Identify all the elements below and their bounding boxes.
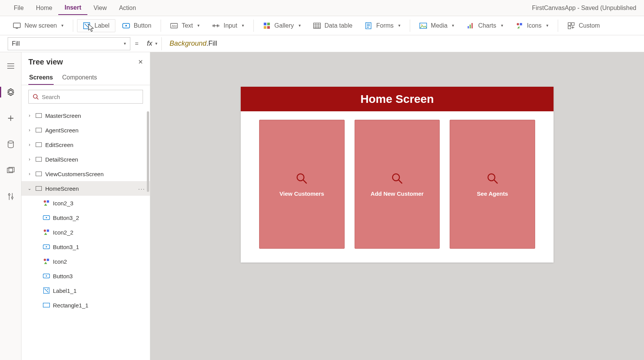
- tree-item-icon2-2[interactable]: Icon2_2: [21, 225, 150, 239]
- tree-item-rectangle1-1[interactable]: Rectangle1_1: [21, 298, 150, 312]
- svg-text:Abc: Abc: [172, 24, 177, 28]
- menu-home[interactable]: Home: [30, 2, 59, 15]
- svg-point-16: [421, 24, 422, 25]
- button-node-icon: [43, 214, 50, 221]
- svg-point-51: [297, 174, 304, 181]
- tree-item-label: EditScreen: [45, 142, 73, 148]
- rail-media[interactable]: [3, 163, 18, 178]
- menu-file[interactable]: File: [8, 2, 30, 15]
- svg-rect-38: [47, 200, 49, 203]
- tree-item-label: HomeScreen: [45, 185, 79, 192]
- insert-icons-button[interactable]: Icons ▾: [510, 20, 554, 32]
- tree-search[interactable]: [28, 90, 143, 104]
- svg-point-52: [393, 174, 399, 181]
- svg-point-29: [12, 197, 13, 198]
- label-node-icon: [43, 287, 50, 294]
- svg-point-41: [44, 230, 46, 232]
- tree-item-label: Icon2_3: [53, 200, 73, 206]
- insert-media-button[interactable]: Media ▾: [414, 20, 460, 32]
- menu-view[interactable]: View: [87, 2, 113, 15]
- tree-item-viewcustomersscreen[interactable]: › ViewCustomersScreen: [21, 167, 150, 181]
- tree-item-label1-1[interactable]: Label1_1: [21, 283, 150, 298]
- property-selector[interactable]: Fill ▾: [8, 37, 130, 50]
- insert-forms-label: Forms: [376, 22, 393, 29]
- insert-button-button[interactable]: Button: [117, 20, 157, 32]
- tree-item-icon2[interactable]: Icon2: [21, 254, 150, 269]
- tree-item-button3-2[interactable]: Button3_2: [21, 210, 150, 225]
- tree-item-button3[interactable]: Button3: [21, 269, 150, 283]
- svg-rect-42: [47, 230, 49, 232]
- rail-treeview[interactable]: [3, 84, 18, 100]
- forms-icon: [365, 22, 372, 30]
- svg-rect-24: [568, 26, 571, 29]
- rail-advanced[interactable]: [3, 189, 18, 204]
- screen-icon: [35, 127, 42, 134]
- rail-hamburger[interactable]: [3, 58, 18, 74]
- tree-item-agentscreen[interactable]: › AgentScreen: [21, 123, 150, 137]
- insert-gallery-button[interactable]: Gallery ▾: [258, 20, 306, 32]
- insert-charts-label: Charts: [478, 22, 496, 29]
- canvas-header-label[interactable]: Home Screen: [241, 87, 554, 111]
- button-node-icon: [43, 243, 50, 250]
- insert-label-button[interactable]: Label: [77, 19, 115, 32]
- svg-point-40: [46, 217, 47, 218]
- svg-rect-23: [572, 23, 574, 25]
- left-rail: [0, 52, 21, 360]
- menubar: File Home Insert View Action FirstCanvas…: [0, 0, 644, 16]
- fx-button[interactable]: fx ▾: [143, 37, 162, 50]
- insert-datatable-button[interactable]: Data table: [308, 20, 358, 32]
- ribbon-separator: [558, 20, 558, 32]
- insert-button-label: Button: [134, 22, 151, 29]
- tile-see-agents[interactable]: See Agents: [450, 120, 535, 249]
- menu-insert[interactable]: Insert: [58, 1, 87, 15]
- tree-item-detailscreen[interactable]: › DetailScreen: [21, 152, 150, 167]
- insert-custom-label: Custom: [579, 22, 600, 29]
- ribbon: New screen ▾ Label Button Abc Text ▾ Inp…: [0, 16, 644, 35]
- svg-rect-9: [264, 23, 266, 25]
- tree-close-button[interactable]: ✕: [138, 58, 143, 66]
- tree-item-label: Rectangle1_1: [53, 302, 89, 309]
- insert-text-label: Text: [182, 22, 193, 29]
- svg-point-30: [33, 94, 37, 98]
- tree-item-label: DetailScreen: [45, 156, 78, 163]
- tile-add-new-customer[interactable]: Add New Customer: [355, 120, 440, 249]
- rail-data[interactable]: [3, 137, 18, 152]
- tree-item-homescreen[interactable]: ⌄ HomeScreen ···: [21, 181, 150, 196]
- svg-rect-0: [13, 23, 20, 28]
- new-screen-button[interactable]: New screen ▾: [8, 20, 69, 32]
- tree-search-input[interactable]: [42, 94, 139, 100]
- search-icon: [295, 172, 308, 185]
- tree-item-button3-1[interactable]: Button3_1: [21, 239, 150, 254]
- charts-icon: [467, 22, 474, 30]
- scrollbar-thumb[interactable]: [147, 111, 149, 192]
- insert-media-label: Media: [431, 22, 448, 29]
- caret-right-icon: ›: [27, 171, 32, 177]
- formula-input[interactable]: Background.Fill: [166, 37, 636, 50]
- caret-right-icon: ›: [27, 113, 32, 118]
- caret-down-icon: ⌄: [27, 186, 32, 191]
- tab-screens[interactable]: Screens: [28, 71, 54, 85]
- tree-item-more[interactable]: ···: [138, 185, 145, 192]
- tree-item-editscreen[interactable]: › EditScreen: [21, 137, 150, 152]
- menu-action[interactable]: Action: [113, 2, 142, 15]
- tree-item-icon2-3[interactable]: Icon2_3: [21, 196, 150, 210]
- canvas-screen[interactable]: Home Screen View Customers Add New Custo…: [241, 87, 554, 263]
- tile-label: See Agents: [477, 190, 508, 197]
- text-icon: Abc: [170, 22, 178, 30]
- insert-text-button[interactable]: Abc Text ▾: [165, 20, 205, 32]
- tile-view-customers[interactable]: View Customers: [259, 120, 345, 249]
- insert-charts-button[interactable]: Charts ▾: [461, 20, 508, 32]
- tree-item-masterscreen[interactable]: › MasterScreen: [21, 108, 150, 123]
- fx-label: fx: [147, 40, 152, 48]
- search-icon: [33, 94, 39, 100]
- insert-forms-button[interactable]: Forms ▾: [359, 20, 406, 32]
- icons-icon: [516, 22, 523, 30]
- insert-input-button[interactable]: Input ▾: [207, 20, 250, 32]
- tab-components[interactable]: Components: [61, 71, 98, 85]
- tree-title: Tree view: [28, 58, 63, 66]
- chevron-down-icon: ▾: [546, 23, 549, 28]
- canvas-area[interactable]: Home Screen View Customers Add New Custo…: [150, 52, 644, 360]
- rail-insert[interactable]: [3, 111, 18, 126]
- chevron-down-icon: ▾: [299, 23, 301, 28]
- insert-custom-button[interactable]: Custom: [562, 20, 605, 32]
